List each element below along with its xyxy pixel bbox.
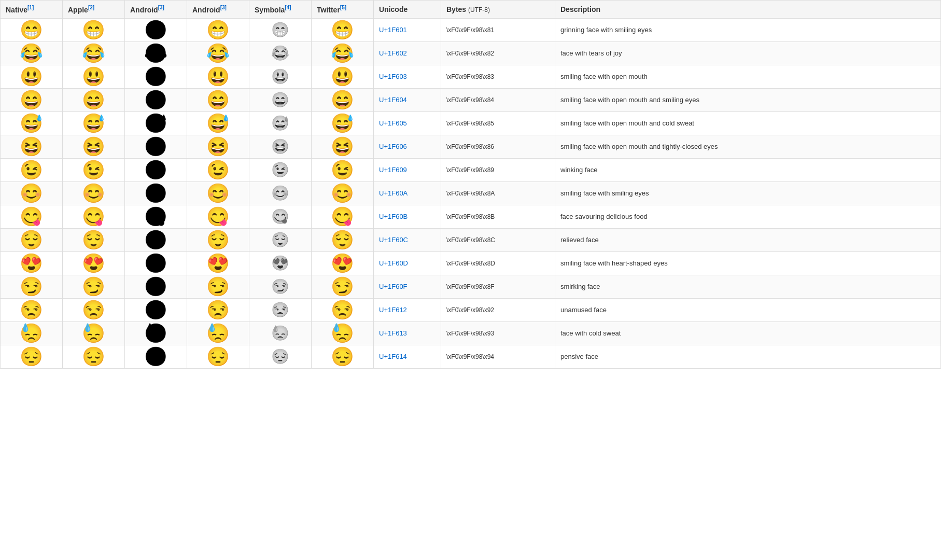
description-value: winking face [555, 158, 941, 181]
symbola-emoji: 😅 [249, 111, 312, 135]
twitter-emoji: 😅 [312, 111, 374, 135]
bytes-value: \xF0\x9F\x98\x83 [441, 65, 555, 88]
android2-emoji: 😊 [187, 181, 249, 205]
table-row: 😃😃😃😃😃😃U+1F603\xF0\x9F\x98\x83smiling fac… [1, 65, 941, 88]
bytes-value: \xF0\x9F\x98\x93 [441, 321, 555, 345]
twitter-emoji: 😊 [312, 181, 374, 205]
header-native: Native[1] [1, 1, 63, 19]
header-android2: Android[3] [187, 1, 249, 19]
twitter-emoji: 😆 [312, 135, 374, 158]
native-emoji: 😒 [1, 298, 63, 321]
apple-emoji: 😅 [63, 111, 125, 135]
symbola-emoji: 😓 [249, 321, 312, 345]
apple-emoji: 😍 [63, 251, 125, 275]
native-emoji: 😂 [1, 41, 63, 65]
apple-emoji: 😏 [63, 275, 125, 298]
description-value: pensive face [555, 345, 941, 368]
bytes-value: \xF0\x9F\x98\x8D [441, 251, 555, 275]
header-unicode: Unicode [374, 1, 441, 19]
android1-emoji: 😒 [125, 298, 187, 321]
apple-emoji: 😌 [63, 228, 125, 251]
description-value: smiling face with open mouth and cold sw… [555, 111, 941, 135]
table-row: 😍😍😍😍😍😍U+1F60D\xF0\x9F\x98\x8Dsmiling fac… [1, 251, 941, 275]
native-emoji: 😃 [1, 65, 63, 88]
android2-emoji: 😒 [187, 298, 249, 321]
android1-emoji: 😏 [125, 275, 187, 298]
unicode-value[interactable]: U+1F609 [374, 158, 441, 181]
unicode-value[interactable]: U+1F603 [374, 65, 441, 88]
unicode-value[interactable]: U+1F60F [374, 275, 441, 298]
description-value: smiling face with open mouth and tightly… [555, 135, 941, 158]
table-row: 😁😁😁😁😁😁U+1F601\xF0\x9F\x98\x81grinning fa… [1, 18, 941, 41]
unicode-value[interactable]: U+1F613 [374, 321, 441, 345]
unicode-value[interactable]: U+1F614 [374, 345, 441, 368]
android2-emoji: 😔 [187, 345, 249, 368]
table-row: 😓😓😓😓😓😓U+1F613\xF0\x9F\x98\x93face with c… [1, 321, 941, 345]
unicode-value[interactable]: U+1F60C [374, 228, 441, 251]
android2-emoji: 😁 [187, 18, 249, 41]
table-row: 😔😔😔😔😔😔U+1F614\xF0\x9F\x98\x94pensive fac… [1, 345, 941, 368]
android2-emoji: 😏 [187, 275, 249, 298]
bytes-value: \xF0\x9F\x98\x8B [441, 205, 555, 228]
twitter-emoji: 😋 [312, 205, 374, 228]
symbola-emoji: 😁 [249, 18, 312, 41]
twitter-emoji: 😏 [312, 275, 374, 298]
native-emoji: 😆 [1, 135, 63, 158]
android1-emoji: 😔 [125, 345, 187, 368]
native-emoji: 😁 [1, 18, 63, 41]
unicode-value[interactable]: U+1F601 [374, 18, 441, 41]
bytes-value: \xF0\x9F\x98\x8C [441, 228, 555, 251]
symbola-emoji: 😏 [249, 275, 312, 298]
bytes-value: \xF0\x9F\x98\x8A [441, 181, 555, 205]
bytes-value: \xF0\x9F\x98\x82 [441, 41, 555, 65]
android2-emoji: 😃 [187, 65, 249, 88]
header-bytes: Bytes (UTF-8) [441, 1, 555, 19]
twitter-emoji: 😔 [312, 345, 374, 368]
symbola-emoji: 😊 [249, 181, 312, 205]
twitter-emoji: 😍 [312, 251, 374, 275]
android2-emoji: 😆 [187, 135, 249, 158]
table-row: 😒😒😒😒😒😒U+1F612\xF0\x9F\x98\x92unamused fa… [1, 298, 941, 321]
header-symbola: Symbola[4] [249, 1, 312, 19]
native-emoji: 😅 [1, 111, 63, 135]
unicode-value[interactable]: U+1F606 [374, 135, 441, 158]
description-value: grinning face with smiling eyes [555, 18, 941, 41]
unicode-value[interactable]: U+1F60D [374, 251, 441, 275]
description-value: unamused face [555, 298, 941, 321]
unicode-value[interactable]: U+1F602 [374, 41, 441, 65]
description-value: smiling face with open mouth [555, 65, 941, 88]
unicode-value[interactable]: U+1F605 [374, 111, 441, 135]
android2-emoji: 😍 [187, 251, 249, 275]
android2-emoji: 😓 [187, 321, 249, 345]
symbola-emoji: 😌 [249, 228, 312, 251]
unicode-value[interactable]: U+1F612 [374, 298, 441, 321]
bytes-value: \xF0\x9F\x98\x85 [441, 111, 555, 135]
bytes-value: \xF0\x9F\x98\x86 [441, 135, 555, 158]
symbola-emoji: 😃 [249, 65, 312, 88]
description-value: smiling face with smiling eyes [555, 181, 941, 205]
android2-emoji: 😌 [187, 228, 249, 251]
table-row: 😂😂😂😂😂😂U+1F602\xF0\x9F\x98\x82face with t… [1, 41, 941, 65]
table-row: 😋😋😋😋😋😋U+1F60B\xF0\x9F\x98\x8Bface savour… [1, 205, 941, 228]
symbola-emoji: 😄 [249, 88, 312, 111]
table-row: 😏😏😏😏😏😏U+1F60F\xF0\x9F\x98\x8Fsmirking fa… [1, 275, 941, 298]
native-emoji: 😉 [1, 158, 63, 181]
table-row: 😄😄😄😄😄😄U+1F604\xF0\x9F\x98\x84smiling fac… [1, 88, 941, 111]
symbola-emoji: 😋 [249, 205, 312, 228]
unicode-value[interactable]: U+1F60A [374, 181, 441, 205]
twitter-emoji: 😒 [312, 298, 374, 321]
table-row: 😅😅😅😅😅😅U+1F605\xF0\x9F\x98\x85smiling fac… [1, 111, 941, 135]
table-row: 😆😆😆😆😆😆U+1F606\xF0\x9F\x98\x86smiling fac… [1, 135, 941, 158]
unicode-value[interactable]: U+1F604 [374, 88, 441, 111]
apple-emoji: 😂 [63, 41, 125, 65]
native-emoji: 😔 [1, 345, 63, 368]
table-row: 😉😉😉😉😉😉U+1F609\xF0\x9F\x98\x89winking fac… [1, 158, 941, 181]
twitter-emoji: 😂 [312, 41, 374, 65]
android2-emoji: 😉 [187, 158, 249, 181]
android1-emoji: 😊 [125, 181, 187, 205]
unicode-value[interactable]: U+1F60B [374, 205, 441, 228]
header-twitter: Twitter[5] [312, 1, 374, 19]
native-emoji: 😄 [1, 88, 63, 111]
bytes-value: \xF0\x9F\x98\x81 [441, 18, 555, 41]
android2-emoji: 😂 [187, 41, 249, 65]
